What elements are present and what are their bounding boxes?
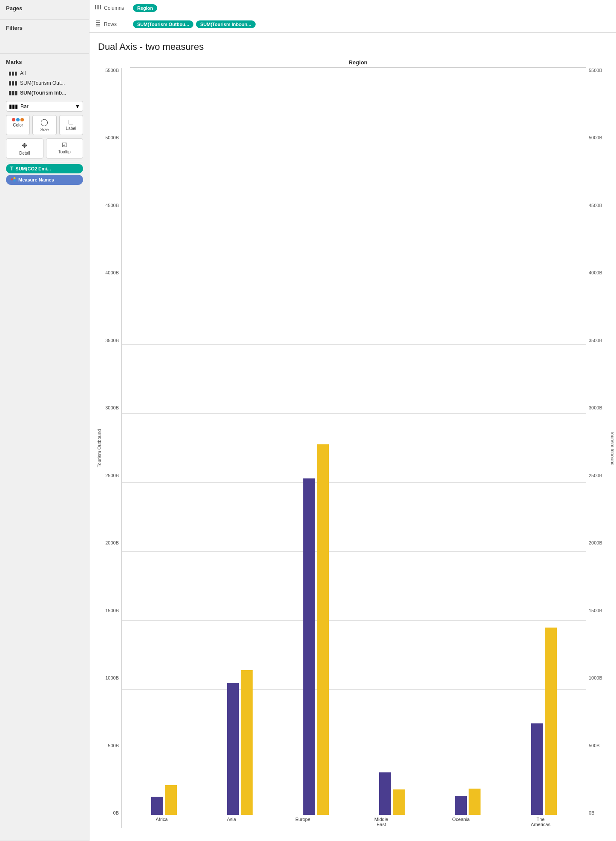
region-group-oceania — [455, 789, 481, 815]
marks-item-all[interactable]: ▮▮▮ All — [6, 69, 83, 78]
rows-pills: SUM(Tourism Outbou... SUM(Tourism Inboun… — [133, 20, 256, 29]
region-bars-africa — [151, 785, 177, 815]
rows-tourism-inb-label: SUM(Tourism Inboun... — [200, 22, 251, 27]
bar-type-selector[interactable]: ▮▮▮ Bar ▼ — [6, 101, 83, 112]
bars-icon-out: ▮▮▮ — [9, 80, 17, 86]
bars-container — [122, 68, 586, 815]
region-bars-the-americas — [531, 628, 557, 815]
y-tick-3000b-left: 3000B — [105, 405, 121, 410]
columns-region-label: Region — [137, 6, 153, 11]
rows-shelf: Rows SUM(Tourism Outbou... SUM(Tourism I… — [89, 16, 616, 32]
detail-button[interactable]: ✥ Detail — [6, 138, 43, 158]
y-tick-4500b-left: 4500B — [105, 203, 121, 208]
marks-item-tourism-out[interactable]: ▮▮▮ SUM(Tourism Out... — [6, 78, 83, 88]
region-bars-europe — [303, 444, 329, 815]
chart-wrapper: Tourism Outbound 5500B 5000B 4500B 4000B… — [98, 68, 612, 828]
bar-europe-yellow[interactable] — [317, 444, 329, 815]
label-icon: ◫ — [68, 118, 74, 125]
y-tick-5500b-left: 5500B — [105, 68, 121, 73]
rows-tourism-inb-pill[interactable]: SUM(Tourism Inboun... — [196, 20, 256, 28]
x-label-europe: Europe — [295, 815, 310, 828]
tooltip-button[interactable]: ☑ Tooltip — [46, 138, 83, 158]
svg-rect-9 — [96, 24, 100, 25]
marks-controls-row1: Color ◯ Size ◫ Label — [6, 115, 83, 135]
bar-type-label: Bar — [20, 104, 29, 109]
region-group-middle-east — [379, 772, 405, 815]
rows-tourism-out-label: SUM(Tourism Outbou... — [137, 22, 189, 27]
bar-middle-east-yellow[interactable] — [393, 789, 405, 815]
y-tick-0b-right: 0B — [586, 810, 597, 815]
filters-section: Filters — [0, 20, 89, 54]
columns-label-text: Columns — [104, 5, 124, 11]
size-icon: ◯ — [40, 118, 48, 126]
bar-the-americas-yellow[interactable] — [545, 628, 557, 815]
divider — [6, 162, 83, 162]
bar-asia-purple[interactable] — [227, 683, 239, 815]
measure-names-icon — [10, 176, 16, 183]
y-tick-3000b-right: 3000B — [586, 405, 605, 410]
measure-names-pill[interactable]: Measure Names — [6, 175, 83, 185]
pages-title: Pages — [6, 5, 83, 12]
filters-title: Filters — [6, 25, 83, 31]
y-tick-1000b-right: 1000B — [586, 675, 605, 680]
y-tick-3500b-right: 3500B — [586, 338, 605, 343]
pages-section: Pages — [0, 0, 89, 20]
bars-icon-all: ▮▮▮ — [9, 70, 17, 76]
tooltip-icon: ☑ — [62, 141, 67, 148]
rows-tourism-out-pill[interactable]: SUM(Tourism Outbou... — [133, 20, 193, 28]
x-label-oceania: Oceania — [452, 815, 470, 828]
columns-shelf: Columns Region — [89, 0, 616, 16]
bar-oceania-purple[interactable] — [455, 796, 467, 815]
x-labels: Africa Asia Europe Middle East Oceania T… — [122, 815, 586, 828]
region-group-africa — [151, 785, 177, 815]
region-group-europe — [303, 444, 329, 815]
y-tick-1000b-left: 1000B — [105, 675, 121, 680]
y-tick-4500b-right: 4500B — [586, 203, 605, 208]
columns-label-area: Columns — [95, 4, 129, 12]
region-bars-middle-east — [379, 772, 405, 815]
bar-africa-yellow[interactable] — [165, 785, 177, 815]
marks-item-tourism-inb[interactable]: ▮▮▮ SUM(Tourism Inb... — [6, 88, 83, 98]
chart-container: Dual Axis - two measures Region Tourism … — [89, 33, 616, 841]
svg-rect-7 — [96, 20, 100, 21]
size-button[interactable]: ◯ Size — [32, 115, 56, 135]
color-icon — [12, 118, 24, 121]
marks-title: Marks — [6, 59, 83, 65]
bar-middle-east-purple[interactable] — [379, 772, 391, 815]
rows-icon — [95, 20, 101, 28]
region-group-the-americas — [531, 628, 557, 815]
columns-pills: Region — [133, 3, 157, 13]
columns-region-pill[interactable]: Region — [133, 4, 157, 12]
detail-icon: ✥ — [22, 141, 27, 150]
region-bars-oceania — [455, 789, 481, 815]
svg-point-2 — [14, 180, 16, 182]
y-tick-500b-left: 500B — [108, 743, 121, 748]
co2-pill-label: SUM(CO2 Emi... — [15, 166, 51, 171]
y-tick-5500b-right: 5500B — [586, 68, 605, 73]
y-tick-1500b-right: 1500B — [586, 608, 605, 613]
bar-africa-purple[interactable] — [151, 797, 163, 815]
y-tick-2000b-left: 2000B — [105, 540, 121, 545]
chart-title: Dual Axis - two measures — [98, 41, 612, 52]
region-bars-asia — [227, 670, 253, 815]
bar-type-icon: ▮▮▮ — [9, 103, 18, 109]
y-tick-0b-left: 0B — [113, 810, 121, 815]
measure-names-label: Measure Names — [18, 177, 54, 182]
co2-pill[interactable]: T SUM(CO2 Emi... — [6, 164, 83, 173]
svg-rect-10 — [96, 26, 100, 26]
bar-oceania-yellow[interactable] — [469, 789, 481, 815]
bar-asia-yellow[interactable] — [241, 670, 253, 815]
bar-europe-purple[interactable] — [303, 478, 315, 815]
label-button[interactable]: ◫ Label — [59, 115, 83, 135]
y-tick-5000b-right: 5000B — [586, 135, 605, 140]
sidebar: Pages Filters Marks ▮▮▮ All ▮▮▮ SUM(Tour… — [0, 0, 89, 841]
chart-plot-area: Africa Asia Europe Middle East Oceania T… — [121, 68, 586, 828]
y-tick-4000b-left: 4000B — [105, 270, 121, 275]
x-label-middle-east: Middle East — [370, 815, 393, 828]
y-axis-left: Tourism Outbound 5500B 5000B 4500B 4000B… — [98, 68, 121, 828]
color-button[interactable]: Color — [6, 115, 30, 135]
y-tick-500b-right: 500B — [586, 743, 602, 748]
region-group-asia — [227, 670, 253, 815]
bar-the-americas-purple[interactable] — [531, 723, 543, 815]
columns-icon — [95, 4, 101, 12]
